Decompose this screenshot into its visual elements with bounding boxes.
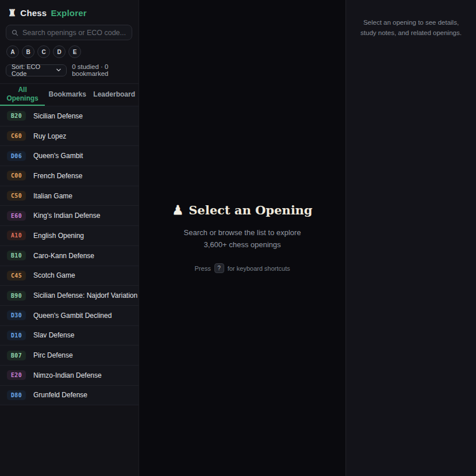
eco-letter-filters: A B C D E bbox=[0, 45, 139, 58]
page-title: Select an Opening bbox=[189, 203, 312, 217]
openings-list: B20Sicilian DefenseC60Ruy LopezD06Queen'… bbox=[0, 106, 139, 476]
eco-code-badge: C00 bbox=[7, 171, 26, 181]
keyboard-hint: Press ? for keyboard shortcuts bbox=[172, 263, 312, 273]
search-icon bbox=[11, 29, 18, 36]
rook-icon: ♜ bbox=[8, 9, 16, 18]
opening-list-item[interactable]: B07Pirc Defense bbox=[0, 346, 139, 366]
eco-code-badge: D06 bbox=[7, 151, 26, 161]
opening-name: Queen's Gambit Declined bbox=[33, 312, 112, 320]
filter-c-button[interactable]: C bbox=[37, 45, 50, 58]
opening-list-item[interactable]: C50Italian Game bbox=[0, 186, 139, 206]
app-title: Chess bbox=[20, 8, 47, 18]
question-key: ? bbox=[214, 263, 224, 273]
opening-name: French Defense bbox=[33, 172, 82, 180]
study-stats: 0 studied · 0 bookmarked bbox=[72, 63, 139, 77]
opening-name: Caro-Kann Defense bbox=[33, 252, 94, 260]
main-panel: ♟ Select an Opening Search or browse the… bbox=[139, 0, 346, 476]
sort-dropdown[interactable]: Sort: ECO Code bbox=[6, 64, 67, 76]
opening-list-item[interactable]: B10Caro-Kann Defense bbox=[0, 246, 139, 266]
eco-code-badge: B07 bbox=[7, 351, 26, 360]
opening-list-item[interactable]: E60King's Indian Defense bbox=[0, 206, 139, 226]
sort-label: Sort: ECO Code bbox=[11, 63, 52, 77]
search-input[interactable] bbox=[22, 29, 126, 37]
empty-state-title: ♟ Select an Opening bbox=[172, 203, 312, 217]
sidebar: ♜ Chess Explorer A B C D E Sort: ECO Cod… bbox=[0, 0, 139, 476]
opening-name: Scotch Game bbox=[33, 271, 75, 279]
filter-d-button[interactable]: D bbox=[53, 45, 66, 58]
opening-name: Sicilian Defense bbox=[33, 112, 83, 120]
eco-code-badge: B90 bbox=[7, 291, 26, 301]
eco-code-badge: D30 bbox=[7, 310, 26, 320]
eco-code-badge: E60 bbox=[7, 211, 26, 221]
hint-prefix: Press bbox=[195, 265, 211, 272]
chevron-down-icon bbox=[56, 68, 61, 72]
opening-name: English Opening bbox=[33, 232, 84, 240]
opening-list-item[interactable]: C00French Defense bbox=[0, 166, 139, 186]
filter-b-button[interactable]: B bbox=[22, 45, 34, 58]
tab-leaderboard[interactable]: Leaderboard bbox=[90, 84, 139, 106]
eco-code-badge: A10 bbox=[7, 231, 26, 240]
opening-list-item[interactable]: C60Ruy Lopez bbox=[0, 126, 139, 147]
subtitle-line-2: 3,600+ chess openings bbox=[172, 239, 312, 251]
opening-name: Ruy Lopez bbox=[33, 132, 66, 140]
sort-row: Sort: ECO Code 0 studied · 0 bookmarked bbox=[0, 58, 139, 82]
eco-code-badge: B20 bbox=[7, 111, 26, 121]
opening-list-item[interactable]: A10English Opening bbox=[0, 226, 139, 246]
opening-name: Grunfeld Defense bbox=[33, 391, 87, 399]
opening-list-item[interactable]: B90Sicilian Defense: Najdorf Variation bbox=[0, 286, 139, 306]
opening-list-item[interactable]: C45Scotch Game bbox=[0, 266, 139, 286]
opening-name: Italian Game bbox=[33, 192, 72, 200]
eco-code-badge: D10 bbox=[7, 331, 26, 340]
filter-a-button[interactable]: A bbox=[6, 45, 19, 58]
pawn-icon: ♟ bbox=[172, 204, 183, 216]
eco-code-badge: E20 bbox=[7, 370, 26, 380]
opening-list-item[interactable]: B20Sicilian Defense bbox=[0, 106, 139, 126]
empty-state-subtitle: Search or browse the list to explore 3,6… bbox=[172, 227, 312, 251]
app-brand: ♜ Chess Explorer bbox=[0, 0, 139, 24]
opening-list-item[interactable]: E20Nimzo-Indian Defense bbox=[0, 366, 139, 386]
subtitle-line-1: Search or browse the list to explore bbox=[172, 227, 312, 239]
empty-state: ♟ Select an Opening Search or browse the… bbox=[172, 203, 312, 274]
eco-code-badge: C50 bbox=[7, 191, 26, 201]
opening-list-item[interactable]: D30Queen's Gambit Declined bbox=[0, 306, 139, 326]
opening-list-item[interactable]: D10Slav Defense bbox=[0, 326, 139, 346]
eco-code-badge: C45 bbox=[7, 271, 26, 281]
filter-e-button[interactable]: E bbox=[68, 45, 81, 58]
tab-all-openings[interactable]: All Openings bbox=[0, 84, 45, 106]
eco-code-badge: B10 bbox=[7, 251, 26, 260]
opening-name: Sicilian Defense: Najdorf Variation bbox=[33, 291, 137, 300]
details-panel: Select an opening to see details, study … bbox=[346, 0, 476, 476]
opening-name: Nimzo-Indian Defense bbox=[33, 371, 102, 379]
opening-name: Pirc Defense bbox=[33, 351, 73, 359]
opening-name: Slav Defense bbox=[33, 331, 74, 339]
search-box[interactable] bbox=[6, 25, 132, 40]
opening-list-item[interactable]: D06Queen's Gambit bbox=[0, 146, 139, 166]
tab-bookmarks[interactable]: Bookmarks bbox=[45, 84, 90, 106]
hint-suffix: for keyboard shortcuts bbox=[228, 265, 290, 272]
app-subtitle: Explorer bbox=[51, 8, 86, 18]
opening-name: Queen's Gambit bbox=[33, 152, 83, 160]
opening-list-item[interactable]: D80Grunfeld Defense bbox=[0, 386, 139, 406]
sidebar-tabs: All Openings Bookmarks Leaderboard bbox=[0, 83, 139, 106]
eco-code-badge: C60 bbox=[7, 131, 26, 141]
eco-code-badge: D80 bbox=[7, 390, 26, 400]
details-placeholder-message: Select an opening to see details, study … bbox=[356, 17, 466, 39]
opening-name: King's Indian Defense bbox=[33, 212, 100, 220]
